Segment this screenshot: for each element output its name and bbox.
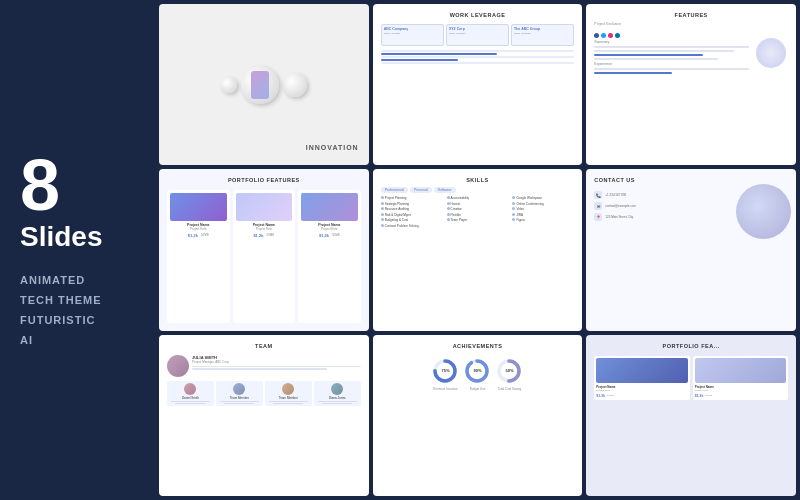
slide-features[interactable]: FEATURES Project Exclusive Summary Exper… <box>586 4 796 165</box>
team-main-person: JULIA SMITH Project Manager, ABC Corp <box>167 355 361 377</box>
instagram-icon <box>608 33 613 38</box>
donut-3: 50% <box>495 357 523 385</box>
feat-line <box>594 68 749 70</box>
feat-line-accent <box>594 54 702 56</box>
left-panel: 8 Slides ANIMATED TECH THEME FUTURISTIC … <box>0 0 155 500</box>
portfolio2-cards: Project Name Project Role $1.2k 50MB Pro… <box>594 356 788 400</box>
innovation-label: INNOVATION <box>306 144 359 151</box>
skills-columns: Project Planning Strategic Planning Reso… <box>381 196 575 322</box>
phone-icon: 📞 <box>594 191 602 199</box>
achievement-desc-1: Revenue Increase <box>433 387 457 391</box>
team-member-4: Diana Jones <box>314 381 361 406</box>
work-box-3: The ABC Group Team Manager <box>511 24 574 46</box>
contact-address: 123 Main Street, City <box>605 215 633 219</box>
main-avatar <box>167 355 189 377</box>
work-line <box>381 56 575 58</box>
portfolio2-stats: $1.2k 50MB <box>695 394 786 398</box>
portfolio-image-3 <box>301 193 358 221</box>
social-icons <box>594 33 749 38</box>
skills-col-3: Google Workspace Online Conferencing Vid… <box>512 196 574 322</box>
achievement-circles: 75% Revenue Increase 90% Budget Use <box>381 357 575 391</box>
skills-tab-software: Software <box>434 187 456 193</box>
skills-col-2: Accountability Honest Creative Flexible … <box>447 196 509 322</box>
slides-grid: INNOVATION WORK LEVERAGE ABC Company Tea… <box>155 0 800 500</box>
bubble-medium <box>283 73 307 97</box>
team-member-2: Team Member <box>216 381 263 406</box>
team-main-role: Project Manager, ABC Corp <box>192 360 361 364</box>
member-line <box>322 403 352 404</box>
work-box-1: ABC Company Team Manager <box>381 24 444 46</box>
portfolio-features-title: PORTFOLIO FEATURES <box>167 177 361 183</box>
slide-portfolio-features[interactable]: PORTFOLIO FEATURES Project Name Project … <box>159 169 369 330</box>
team-text-line <box>192 366 361 368</box>
address-icon: 📍 <box>594 213 602 221</box>
portfolio-image-1 <box>170 193 227 221</box>
work-content: ABC Company Team Manager XYZ Corp Team M… <box>381 24 575 64</box>
member-line <box>224 403 254 404</box>
achievement-desc-3: Total Cost Saving <box>498 387 521 391</box>
portfolio2-card-1: Project Name Project Role $1.2k 50MB <box>594 356 689 400</box>
slide-work-leverage[interactable]: WORK LEVERAGE ABC Company Team Manager X… <box>373 4 583 165</box>
portfolio-features-2-title: PORTFOLIO FEA... <box>594 343 788 349</box>
member-line <box>175 403 205 404</box>
portfolio-card-1: Project Name Project Role $1.2k 50MB <box>167 190 230 322</box>
portfolio-stats: $1.2k 50MB <box>253 233 274 238</box>
features-right <box>753 31 788 74</box>
slide-count-number: 8 <box>20 149 140 221</box>
bubble-small <box>221 77 237 93</box>
slide-innovation[interactable]: INNOVATION <box>159 4 369 165</box>
feature-item: TECH THEME <box>20 291 140 311</box>
member-line <box>220 401 259 402</box>
features-left: Summary Experience <box>594 31 749 74</box>
portfolio2-image-2 <box>695 358 786 383</box>
member-line <box>273 403 303 404</box>
donut-value-2: 90% <box>473 368 481 373</box>
feat-line <box>594 46 749 48</box>
portfolio-card-3: Project Name Project Role $1.2k 50MB <box>298 190 361 322</box>
member-line <box>318 401 357 402</box>
portfolio-card-2: Project Name Project Role $1.2k 50MB <box>233 190 296 322</box>
skills-tabs: Professional Personal Software <box>381 187 575 193</box>
team-text-line <box>192 368 327 370</box>
twitter-icon <box>601 33 606 38</box>
slide-contact-us[interactable]: CONTACT US 📞 +1 234 567 890 ✉ contact@ex… <box>586 169 796 330</box>
skills-title: SKILLS <box>381 177 575 183</box>
achievement-item-2: 90% Budget Use <box>463 357 491 391</box>
facebook-icon <box>594 33 599 38</box>
donut-2: 90% <box>463 357 491 385</box>
achievement-desc-2: Budget Use <box>470 387 486 391</box>
donut-value-1: 75% <box>441 368 449 373</box>
portfolio-stats: $1.2k 50MB <box>188 233 209 238</box>
achievement-item-3: 50% Total Cost Saving <box>495 357 523 391</box>
features-list: ANIMATED TECH THEME FUTURISTIC AI <box>20 271 140 350</box>
team-member-1: Daniel Smith <box>167 381 214 406</box>
work-line-accent <box>381 59 458 61</box>
linkedin-icon <box>615 33 620 38</box>
work-line <box>381 62 575 64</box>
email-icon: ✉ <box>594 202 602 210</box>
feature-item: FUTURISTIC <box>20 311 140 331</box>
feature-item: ANIMATED <box>20 271 140 291</box>
achievements-title: ACHIEVEMENTS <box>381 343 575 349</box>
member-line <box>171 401 210 402</box>
slide-portfolio-features-2[interactable]: PORTFOLIO FEA... Project Name Project Ro… <box>586 335 796 496</box>
robot-image <box>756 38 786 68</box>
feat-line-accent <box>594 72 671 74</box>
contact-us-title: CONTACT US <box>594 177 788 183</box>
features-subtitle: Project Exclusive <box>594 22 788 26</box>
slide-skills[interactable]: SKILLS Professional Personal Software Pr… <box>373 169 583 330</box>
feat-summary: Summary <box>594 40 749 44</box>
slide-achievements[interactable]: ACHIEVEMENTS 75% Revenue Increase <box>373 335 583 496</box>
skills-tab-professional: Professional <box>381 187 408 193</box>
team-members: Daniel Smith Team Member Team Member Dia… <box>167 381 361 406</box>
member-avatar-3 <box>282 383 294 395</box>
team-main-info: JULIA SMITH Project Manager, ABC Corp <box>192 355 361 377</box>
slide-team[interactable]: TEAM JULIA SMITH Project Manager, ABC Co… <box>159 335 369 496</box>
work-row: ABC Company Team Manager XYZ Corp Team M… <box>381 24 575 46</box>
member-avatar-1 <box>184 383 196 395</box>
donut-1: 75% <box>431 357 459 385</box>
portfolio-stats: $1.2k 50MB <box>319 233 340 238</box>
feature-item: AI <box>20 331 140 351</box>
member-avatar-4 <box>331 383 343 395</box>
team-title: TEAM <box>167 343 361 349</box>
